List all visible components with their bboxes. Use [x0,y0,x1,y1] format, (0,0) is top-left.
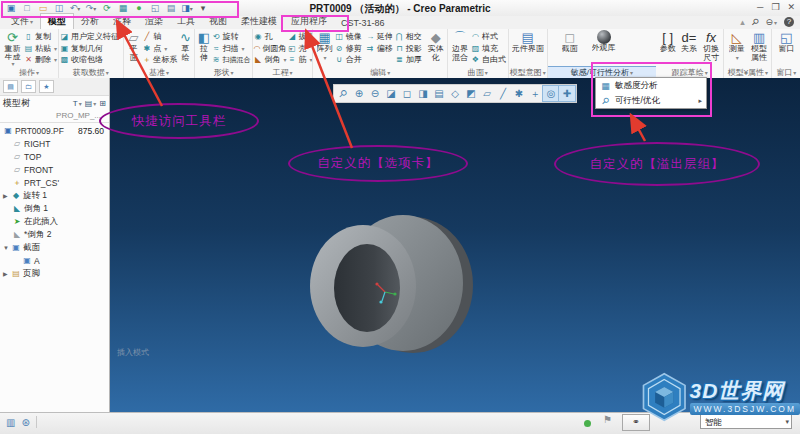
tree-item-insert-here[interactable]: ➤ 在此插入 [0,215,109,228]
group-label-get-data[interactable]: 获取数据▾ [59,67,123,78]
tree-item-sections[interactable]: ▼ ▣ 截面 [0,241,109,254]
tree-item-part[interactable]: ▣ PRT0009.PF 875.60 [0,124,109,137]
group-label-editing[interactable]: 编辑▾ [313,67,447,78]
resize-handle-icon[interactable]: ▴ [740,17,745,27]
freestyle-button[interactable]: ❖自由式 [471,54,506,66]
annotation-display-icon[interactable]: ◎ [543,86,559,101]
sections-button[interactable]: ◻ 截面 [556,30,584,67]
tree-item-footer[interactable]: ▶ ▤ 页脚 [0,267,109,280]
copy-button[interactable]: ▯复制 [24,31,57,43]
group-label-window[interactable]: 窗口▾ [772,67,800,78]
group-label-datum[interactable]: 基准▾ [124,67,195,78]
regenerate-button[interactable]: ⟳ 重新生成▾ [1,30,24,67]
expand-icon[interactable]: ▶ [3,192,11,199]
group-label-model-intent[interactable]: 模型意图▾ [509,67,547,78]
axis-button[interactable]: ╱轴 [142,31,177,43]
minimize-button[interactable]: ─ [757,2,763,12]
fill-button[interactable]: ▨填充 [471,43,506,55]
tab-render[interactable]: 渲染 [138,14,170,29]
sweep-button[interactable]: ≈扫描▾ [212,43,251,55]
menu-item-sensitivity-analysis[interactable]: ▦ 敏感度分析 [596,78,706,93]
zoom-out-icon[interactable]: ⊖ [367,86,383,101]
group-label-operations[interactable]: 操作▾ [0,67,58,78]
point-button[interactable]: ✱点▾ [142,43,177,55]
perspective-icon[interactable]: ◇ [447,86,463,101]
section-view-icon[interactable]: ◩ [463,86,479,101]
style-button[interactable]: ◠样式 [471,31,506,43]
folder-browser-tab-icon[interactable]: 🗀 [21,80,36,93]
sketch-button[interactable]: ∿ 草绘 [177,30,193,67]
expand-icon[interactable]: ▶ [3,270,11,277]
notification-flag-icon[interactable]: ⚑ [603,414,612,425]
collapse-icon[interactable]: ▼ [3,245,11,251]
repaint-icon[interactable]: ◪ [383,86,399,101]
extrude-button[interactable]: ◧ 拉伸 [196,30,211,67]
shrinkwrap-button[interactable]: ▩收缩包络 [60,54,119,66]
tree-item-section-a[interactable]: ▣ A [0,254,109,267]
tree-column-header[interactable]: PRO_MP_... [0,110,109,123]
csys-display-icon[interactable]: ＋ [527,86,543,101]
round-button[interactable]: ◠倒圆角▾ [254,43,288,55]
axis-display-icon[interactable]: ╱ [495,86,511,101]
parameters-button[interactable]: [ ] 参数 [657,30,678,67]
minimize-ribbon-icon[interactable]: ⊖▾ [765,17,777,27]
tree-item-top-plane[interactable]: ▱ TOP [0,150,109,163]
tab-tools[interactable]: 工具 [170,14,202,29]
tree-item-chamfer-2[interactable]: ◣ *倒角 2 [0,228,109,241]
model-tree-tab-icon[interactable]: ▤ [3,80,18,93]
display-style-icon[interactable]: ◻ [399,86,415,101]
solidify-button[interactable]: ◆ 实体化 [426,30,446,67]
delete-button[interactable]: ✕删除▾ [24,54,57,66]
3d-model-bushing[interactable] [275,208,505,373]
appearance-gallery-button[interactable]: 外观库 [588,30,620,67]
window-button[interactable]: ◱ 窗口 [773,30,799,67]
pattern-button[interactable]: ▦ 阵列▾ [314,30,334,67]
saved-orientations-icon[interactable]: ◨ [415,86,431,101]
tree-filter-icon[interactable]: T▾ [73,99,82,108]
tree-settings-icon[interactable]: ⊞ [99,99,106,108]
toggle-model-tree-icon[interactable]: ▥ [6,417,15,428]
tab-view[interactable]: 视图 [202,14,234,29]
copy-geometry-button[interactable]: ▣复制几何 [60,43,119,55]
tab-model[interactable]: 模型 [40,13,74,29]
favorites-tab-icon[interactable]: ★ [39,80,54,93]
switch-dims-button[interactable]: fx 切换尺寸 [700,30,723,67]
tab-analysis[interactable]: 分析 [74,14,106,29]
tree-item-csys[interactable]: ＋ PRT_CS' [0,176,109,189]
tree-item-right-plane[interactable]: ▱ RIGHT [0,137,109,150]
chamfer-button[interactable]: ◣倒角▾ [254,54,288,66]
tab-file[interactable]: 文件▾ [4,14,40,29]
draft-button[interactable]: ◢拔模▾ [288,31,313,43]
point-display-icon[interactable]: ✱ [511,86,527,101]
tab-annotate[interactable]: 注释 [106,14,138,29]
model-properties-button[interactable]: ▥ 模型属性 [748,30,770,67]
relations-button[interactable]: d= 关系 [678,30,699,67]
plane-button[interactable]: ▱ 平面 [125,30,143,67]
extend-button[interactable]: →延伸 [366,31,395,43]
help-icon[interactable]: ? [784,17,794,27]
close-button[interactable]: ✕ [787,2,795,12]
search-icon[interactable]: ⚲ [749,16,761,28]
measure-button[interactable]: ◺ 测量▾ [725,30,747,67]
paste-button[interactable]: ▤粘贴▾ [24,43,57,55]
tab-flexible-modeling[interactable]: 柔性建模 [234,14,284,29]
tree-item-chamfer-1[interactable]: ◣ 倒角 1 [0,202,109,215]
thicken-button[interactable]: ≣加厚 [395,54,426,66]
tree-item-front-plane[interactable]: ▱ FRONT [0,163,109,176]
component-interface-button[interactable]: ▤ 元件界面 [510,30,546,67]
intersect-button[interactable]: ⋂相交 [395,31,426,43]
merge-button[interactable]: ∪合并 [335,54,366,66]
shell-button[interactable]: ▢壳 [288,43,313,55]
rib-button[interactable]: ≡筋▾ [288,54,313,66]
group-label-model-properties[interactable]: 模型¥属性▾ [724,67,771,78]
menu-item-feasibility-optimization[interactable]: ⚲ 可行性/优化 ▸ [596,93,706,108]
trim-button[interactable]: ⊘修剪 [335,43,366,55]
swept-blend-button[interactable]: ≋扫描混合 [212,54,251,66]
revolve-button[interactable]: ⟲旋转 [212,31,251,43]
toggle-browser-icon[interactable]: ⊛ [21,417,29,428]
plane-display-icon[interactable]: ▱ [479,86,495,101]
mirror-button[interactable]: ◫镜像 [335,31,366,43]
project-button[interactable]: ⊓投影 [395,43,426,55]
csys-button[interactable]: ＋坐标系 [142,54,177,66]
group-label-engineering[interactable]: 工程▾ [253,67,313,78]
